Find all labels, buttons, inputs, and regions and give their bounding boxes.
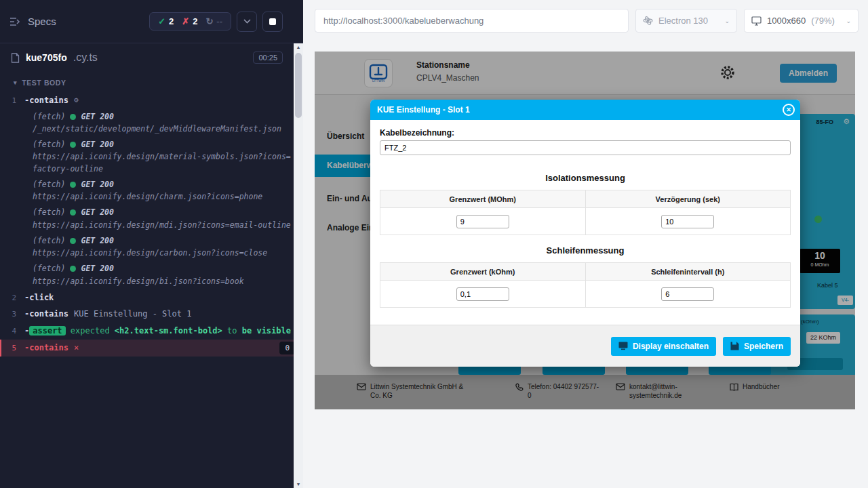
status-dot-icon <box>70 182 76 188</box>
line-number: 3 <box>0 308 24 321</box>
command-row-assert[interactable]: 4 -assert expected <h2.text-sm.font-bold… <box>0 323 303 340</box>
status-dot-icon <box>70 114 76 120</box>
command-name: -click <box>24 291 54 304</box>
close-icon[interactable]: ✕ <box>783 104 795 116</box>
browser-select[interactable]: Electron 130 ⌄ <box>635 9 737 33</box>
spec-file-row[interactable]: kue705fo .cy.ts 00:25 <box>0 43 303 72</box>
cypress-reporter: Specs ✓ 2 ✗ 2 ↻ -- <box>0 0 303 488</box>
cable-name-label: Kabelbezeichnung: <box>380 128 791 138</box>
monitor-icon <box>751 16 762 26</box>
fetch-status: GET 200 <box>81 263 113 274</box>
caret-down-icon: ▾ <box>14 79 17 86</box>
spec-extension: .cy.ts <box>73 52 98 64</box>
line-number: 4 <box>0 325 24 338</box>
specs-toggle[interactable]: Specs <box>9 16 56 27</box>
assert-text: to <box>227 326 237 336</box>
fetch-url: /_next/static/development/_devMiddleware… <box>33 123 294 135</box>
loop-section-title: Schleifenmessung <box>380 245 791 256</box>
fetch-status: GET 200 <box>81 139 113 150</box>
fetch-tag: (fetch) <box>33 179 65 190</box>
command-row-contains-failed[interactable]: 5 -contains × 0 <box>0 340 303 357</box>
test-body-label: TEST BODY <box>22 79 66 87</box>
fetch-url: https://api.iconify.design/carbon.json?i… <box>33 247 294 259</box>
viewport-size: 1000x660 <box>767 16 806 26</box>
chevron-down-icon <box>243 19 251 24</box>
command-row-contains-2[interactable]: 3 -contains KUE Einstellung - Slot 1 <box>0 306 303 323</box>
save-button[interactable]: Speichern <box>723 337 791 356</box>
line-number: 2 <box>0 291 24 304</box>
assert-text: expected <box>71 326 110 336</box>
assert-element: <h2.text-sm.font-bold> <box>115 326 222 336</box>
app-under-test: LITTWIN Stationsname CPLV4_Maschen Abmel… <box>315 52 855 409</box>
electron-icon <box>643 16 653 26</box>
fetch-url: https://api.iconify.design/material-symb… <box>33 151 294 175</box>
assert-text-strong: be visible <box>242 326 291 336</box>
failure-x-icon: × <box>74 342 79 354</box>
column-header: Grenzwert (kOhm) <box>380 263 586 281</box>
viewport-select[interactable]: 1000x660 (79%) ⌄ <box>744 9 859 33</box>
display-on-button[interactable]: Display einschalten <box>611 337 716 356</box>
stop-icon <box>269 18 276 25</box>
gear-icon: ⚙ <box>74 94 79 106</box>
command-row-click[interactable]: 2 -click <box>0 289 303 306</box>
fetch-log[interactable]: (fetch) GET 200 https://api.iconify.desi… <box>0 205 303 233</box>
fetch-log[interactable]: (fetch) GET 200 https://api.iconify.desi… <box>0 137 303 177</box>
scrollbar-thumb[interactable] <box>295 53 302 118</box>
fetch-status: GET 200 <box>81 207 113 218</box>
command-name: -contains <box>24 94 68 107</box>
status-dot-icon <box>70 209 76 216</box>
fetch-log[interactable]: (fetch) GET 200 /_next/static/developmen… <box>0 109 303 138</box>
floppy-disk-icon <box>730 342 739 350</box>
assert-badge: assert <box>29 326 65 336</box>
loop-interval-input[interactable] <box>661 287 714 301</box>
chevron-down-icon: ⌄ <box>846 18 851 24</box>
reporter-scrollbar[interactable]: ▲ ▼ <box>294 43 303 488</box>
stop-button[interactable] <box>262 12 283 32</box>
spec-name: kue705fo <box>26 52 67 63</box>
modal-header: KUE Einstellung - Slot 1 ✕ <box>370 100 800 120</box>
collapse-button[interactable] <box>237 12 257 32</box>
refresh-icon: ↻ <box>205 16 213 26</box>
viewport-zoom: (79%) <box>811 16 835 26</box>
scroll-up-icon[interactable]: ▲ <box>294 45 303 49</box>
fetch-url: https://api.iconify.design/bi.json?icons… <box>33 276 294 287</box>
scroll-down-icon[interactable]: ▼ <box>294 482 303 487</box>
loop-table: Grenzwert (kOhm) Schleifenintervall (h) <box>380 262 791 308</box>
isolation-delay-input[interactable] <box>661 215 714 228</box>
specs-menu-icon <box>9 17 21 26</box>
fetch-status: GET 200 <box>81 111 113 123</box>
fetch-log[interactable]: (fetch) GET 200 https://api.iconify.desi… <box>0 233 303 262</box>
kue-settings-modal: KUE Einstellung - Slot 1 ✕ Kabelbezeichn… <box>370 100 800 367</box>
command-row-contains-1[interactable]: 1 -contains ⚙ <box>0 92 303 109</box>
fetch-url: https://api.iconify.design/mdi.json?icon… <box>33 220 294 231</box>
fetch-tag: (fetch) <box>33 139 65 150</box>
display-icon <box>618 342 628 350</box>
fetch-log[interactable]: (fetch) GET 200 https://api.iconify.desi… <box>0 177 303 205</box>
loop-limit-input[interactable] <box>456 287 509 301</box>
test-body-section[interactable]: ▾ TEST BODY <box>0 72 303 92</box>
fetch-log[interactable]: (fetch) GET 200 https://api.iconify.desi… <box>0 261 303 289</box>
line-number: 5 <box>1 342 24 354</box>
browser-label: Electron 130 <box>658 16 708 26</box>
fetch-status: GET 200 <box>81 179 113 190</box>
match-count-badge: 0 <box>279 342 295 354</box>
spec-timer: 00:25 <box>253 52 283 64</box>
specs-label: Specs <box>28 16 56 27</box>
column-header: Grenzwert (MOhm) <box>380 190 586 208</box>
cable-name-input[interactable] <box>380 140 791 155</box>
column-header: Schleifenintervall (h) <box>585 263 791 281</box>
isolation-table: Grenzwert (MOhm) Verzögerung (sek) <box>380 190 791 235</box>
stat-pending: ↻ -- <box>205 16 222 26</box>
test-stats: ✓ 2 ✗ 2 ↻ -- <box>149 12 231 30</box>
reporter-header: Specs ✓ 2 ✗ 2 ↻ -- <box>0 0 303 43</box>
fetch-tag: (fetch) <box>33 235 65 247</box>
document-icon <box>11 53 20 63</box>
isolation-limit-input[interactable] <box>456 215 509 228</box>
status-dot-icon <box>70 266 76 272</box>
chevron-down-icon: ⌄ <box>724 18 730 24</box>
command-name: -contains <box>24 342 68 354</box>
stat-failed: ✗ 2 <box>182 16 197 26</box>
x-icon: ✗ <box>182 16 189 26</box>
stat-passed: ✓ 2 <box>158 16 174 26</box>
url-input[interactable] <box>315 9 629 33</box>
